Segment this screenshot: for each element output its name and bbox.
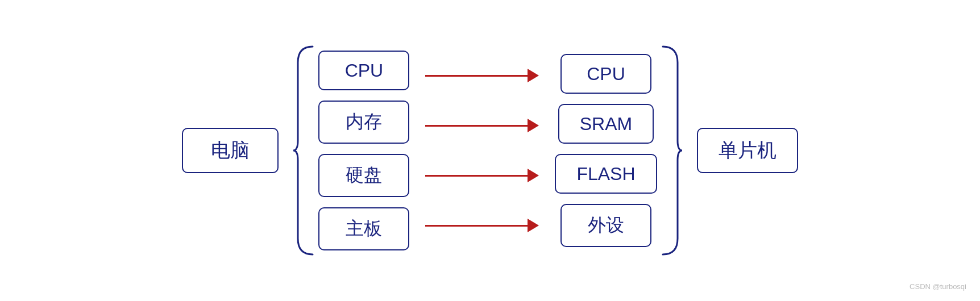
left-item-0: CPU (318, 51, 409, 90)
arrow-line-2 (425, 169, 539, 182)
diagram: 电脑 CPU 内存 硬盘 主板 (182, 45, 798, 256)
arrow-line-0 (425, 69, 539, 82)
arrow-line-3 (425, 219, 539, 232)
arrow-3 (425, 206, 539, 245)
right-item-2-label: FLASH (576, 164, 635, 185)
arrow-2 (425, 156, 539, 195)
right-item-1-label: SRAM (580, 114, 632, 135)
right-item-3: 外设 (560, 204, 651, 247)
right-node-label: 单片机 (719, 137, 776, 164)
watermark-text: CSDN @turbosqi (910, 282, 966, 291)
left-item-2: 硬盘 (318, 154, 409, 197)
right-item-0-label: CPU (587, 64, 625, 85)
arrow-0 (425, 56, 539, 95)
right-item-0: CPU (560, 54, 651, 94)
left-node: 电脑 (182, 128, 279, 173)
left-node-label: 电脑 (211, 137, 250, 164)
right-column: CPU SRAM FLASH 外设 (555, 54, 657, 247)
left-item-2-label: 硬盘 (346, 163, 382, 188)
right-node: 单片机 (697, 128, 798, 173)
right-item-1: SRAM (558, 104, 654, 144)
left-brace (292, 45, 314, 256)
left-item-1-label: 内存 (346, 110, 382, 135)
left-column: CPU 内存 硬盘 主板 (318, 51, 409, 250)
arrow-line-1 (425, 119, 539, 132)
left-item-0-label: CPU (345, 60, 384, 81)
arrow-1 (425, 106, 539, 145)
left-item-3-label: 主板 (346, 216, 382, 241)
right-item-3-label: 外设 (588, 213, 624, 238)
watermark: CSDN @turbosqi (910, 282, 966, 291)
right-brace (662, 45, 683, 256)
left-item-3: 主板 (318, 207, 409, 250)
arrows-column (425, 56, 539, 245)
right-item-2: FLASH (555, 154, 657, 194)
left-item-1: 内存 (318, 101, 409, 144)
